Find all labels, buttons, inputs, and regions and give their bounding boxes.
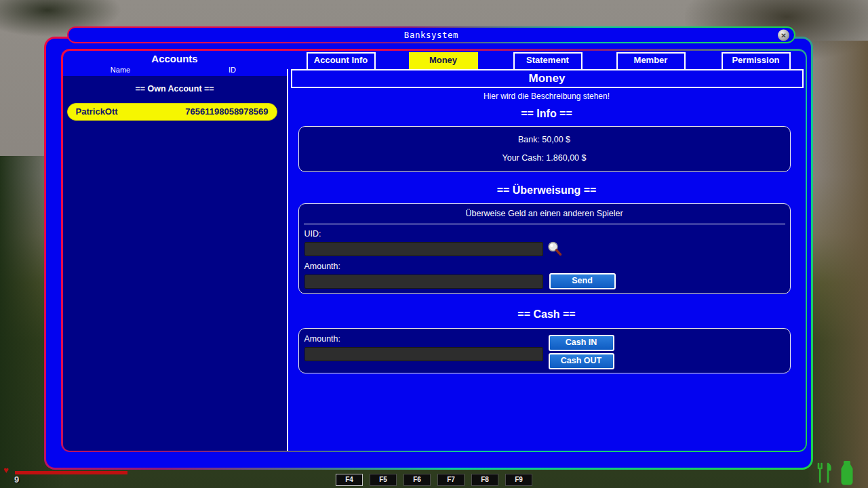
cash-amount-label: Amounth: bbox=[304, 334, 341, 344]
fkey-bar: F4 F5 F6 F7 F8 F9 bbox=[336, 474, 532, 486]
page-title: Money bbox=[291, 69, 804, 88]
own-account-header: == Own Account == bbox=[63, 84, 287, 94]
background-dirt-path bbox=[807, 41, 868, 488]
fork-knife-icon bbox=[816, 462, 833, 484]
transfer-amount-label: Amounth: bbox=[304, 262, 341, 271]
window-title: Banksystem bbox=[68, 28, 794, 42]
accounts-title: Accounts bbox=[63, 53, 287, 64]
accounts-sidebar: Accounts Name ID == Own Account == Patri… bbox=[63, 51, 287, 451]
money-page: Money Hier wird die Beschreibung stehen!… bbox=[288, 51, 806, 451]
bank-balance: Bank: 50,00 $ bbox=[518, 135, 570, 144]
cash-box: Amounth: Cash IN Cash OUT bbox=[298, 328, 791, 373]
fkey-f7[interactable]: F7 bbox=[437, 474, 465, 486]
cash-out-button[interactable]: Cash OUT bbox=[549, 353, 614, 369]
magnifier-icon[interactable] bbox=[546, 240, 564, 258]
cash-balance: Your Cash: 1.860,00 $ bbox=[502, 153, 587, 163]
transfer-box: Überweise Geld an einen anderen Spieler … bbox=[298, 203, 791, 294]
fkey-f9[interactable]: F9 bbox=[505, 474, 532, 486]
account-name: PatrickOtt bbox=[76, 106, 118, 117]
health-bar bbox=[15, 471, 127, 474]
page-description: Hier wird die Beschreibung stehen! bbox=[288, 92, 806, 101]
bank-panel: Accounts Name ID == Own Account == Patri… bbox=[61, 49, 807, 452]
transfer-box-title: Überweise Geld an einen anderen Spieler bbox=[299, 209, 790, 218]
fkey-f8[interactable]: F8 bbox=[471, 474, 498, 486]
uid-label: UID: bbox=[304, 229, 321, 239]
account-row-selected[interactable]: PatrickOtt 76561198058978569 bbox=[67, 103, 277, 121]
cash-amount-input[interactable] bbox=[304, 347, 543, 361]
cash-section-header: == Cash == bbox=[288, 308, 806, 321]
accounts-list: == Own Account == PatrickOtt 76561198058… bbox=[63, 76, 287, 451]
health-heart-icon: ♥ bbox=[3, 466, 9, 474]
fkey-f5[interactable]: F5 bbox=[370, 474, 397, 486]
send-button[interactable]: Send bbox=[549, 273, 616, 289]
transfer-amount-input[interactable] bbox=[304, 274, 543, 289]
bottle-icon bbox=[837, 460, 856, 486]
title-bar: Banksystem ✕ bbox=[67, 26, 795, 43]
ammo-counter: 9 bbox=[14, 474, 19, 485]
uid-input[interactable] bbox=[304, 242, 543, 256]
info-box: Bank: 50,00 $ Your Cash: 1.860,00 $ bbox=[298, 126, 791, 172]
account-id: 76561198058978569 bbox=[185, 106, 268, 117]
transfer-section-header: == Überweisung == bbox=[288, 184, 806, 197]
fkey-f4[interactable]: F4 bbox=[336, 474, 363, 486]
cash-in-button[interactable]: Cash IN bbox=[549, 335, 614, 351]
info-section-header: == Info == bbox=[288, 108, 806, 120]
transfer-divider bbox=[304, 224, 785, 224]
game-screen: Accounts Name ID == Own Account == Patri… bbox=[0, 0, 868, 488]
column-header-id: ID bbox=[178, 66, 287, 74]
column-header-name: Name bbox=[63, 66, 178, 74]
fkey-f6[interactable]: F6 bbox=[403, 474, 431, 486]
close-icon[interactable]: ✕ bbox=[778, 29, 789, 41]
